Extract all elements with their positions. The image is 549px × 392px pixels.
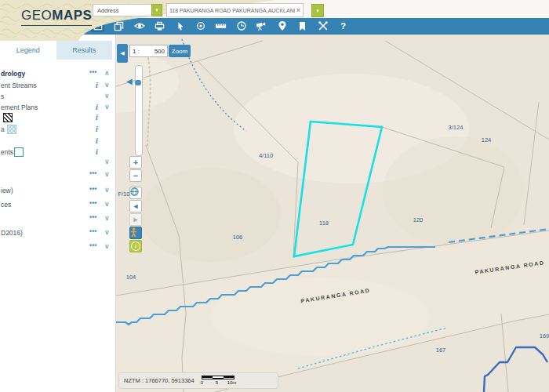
- legend-row: drology ••• ∧: [0, 69, 116, 79]
- legend-row: i: [0, 136, 116, 147]
- zoom-out-button[interactable]: −: [129, 169, 142, 182]
- help-icon[interactable]: ?: [337, 20, 349, 32]
- tab-results[interactable]: Results: [56, 41, 113, 60]
- row-menu-icon[interactable]: •••: [89, 169, 96, 177]
- chevron-down-icon[interactable]: ∨: [104, 170, 110, 178]
- zoom-slider[interactable]: [135, 65, 143, 156]
- clear-search-icon[interactable]: ×: [296, 6, 300, 14]
- chevron-down-icon[interactable]: ∨: [104, 200, 110, 208]
- previous-extent-button[interactable]: ◄: [129, 200, 142, 212]
- street-view-pegman-icon[interactable]: [129, 227, 142, 239]
- legend-row: ces ••• ∨: [0, 200, 116, 210]
- scale-value: 500: [155, 48, 165, 55]
- chevron-down-icon[interactable]: ∨: [104, 103, 110, 111]
- zoom-slider-handle-icon[interactable]: ◀: [126, 78, 133, 85]
- full-extent-globe-icon[interactable]: [129, 187, 142, 199]
- parcel-label: 167: [436, 347, 446, 354]
- parcel-label: 118: [319, 220, 329, 227]
- history-clock-icon[interactable]: [235, 20, 247, 32]
- coordinates-readout: NZTM : 1766770, 5913364: [124, 377, 195, 384]
- scale-bar: 0 5 10m: [202, 376, 235, 386]
- tab-legend[interactable]: Legend: [0, 41, 56, 60]
- parcel-label: 124: [482, 136, 492, 143]
- chevron-down-icon[interactable]: ∨: [104, 242, 110, 250]
- identify-info-button[interactable]: i: [129, 240, 142, 252]
- chevron-down-icon[interactable]: ∨: [104, 158, 110, 165]
- bookmark-icon[interactable]: [296, 20, 308, 32]
- info-icon[interactable]: i: [96, 147, 98, 156]
- visibility-eye-icon[interactable]: [133, 20, 145, 32]
- legend-row: ∨: [0, 158, 116, 168]
- parcel-label: 3/124: [449, 124, 464, 131]
- legend-row: ••• ∨: [0, 242, 116, 252]
- info-icon[interactable]: i: [96, 136, 98, 145]
- legend-row: ement Plans i ∨: [0, 103, 116, 113]
- basemap-icon[interactable]: [91, 20, 104, 32]
- search-dropdown-button[interactable]: ▾: [311, 4, 324, 17]
- chevron-up-icon[interactable]: ∧: [104, 69, 110, 77]
- layers-icon[interactable]: [113, 20, 125, 32]
- scale-input[interactable]: 1 : 500: [129, 45, 168, 57]
- legend-row: ents i: [0, 147, 116, 158]
- search-type-dropdown-button[interactable]: ▾: [151, 4, 162, 16]
- chevron-down-icon[interactable]: ∨: [104, 228, 110, 236]
- row-menu-icon[interactable]: •••: [89, 227, 96, 235]
- crosshatch-swatch: [7, 125, 16, 134]
- next-extent-button[interactable]: ►: [129, 213, 142, 226]
- legend-row: i: [0, 113, 116, 123]
- search-value: 118 PAKURANGA ROAD PAKURANGA,AUCKLAND 20…: [169, 8, 295, 13]
- chevron-down-icon[interactable]: ∨: [104, 214, 110, 222]
- legend-row: D2016) ••• ∨: [0, 228, 116, 238]
- legend-row: ••• ∨: [0, 170, 116, 180]
- map-canvas[interactable]: [116, 34, 549, 392]
- green-border-swatch: [14, 147, 24, 157]
- chevron-down-icon[interactable]: ∨: [104, 92, 110, 100]
- sidebar-panel: Legend Results drology ••• ∧ ent Streams…: [0, 34, 116, 392]
- hatch-swatch: [3, 113, 13, 122]
- print-icon[interactable]: [154, 20, 165, 32]
- legend-row: iew) ••• ∨: [0, 186, 116, 196]
- info-icon[interactable]: i: [96, 81, 98, 89]
- legend-row: s ∨: [0, 92, 116, 102]
- row-menu-icon[interactable]: •••: [89, 241, 96, 249]
- collapse-sidebar-button[interactable]: ◀: [117, 44, 128, 63]
- info-icon[interactable]: i: [96, 103, 98, 111]
- geomaps-app: { "header": { "logo": {"geo": "GEO", "ma…: [0, 0, 549, 392]
- webcam-icon[interactable]: [256, 20, 267, 32]
- row-menu-icon[interactable]: •••: [89, 185, 96, 193]
- info-icon[interactable]: i: [96, 125, 98, 133]
- legend-row: ••• ∨: [0, 214, 116, 224]
- row-menu-icon[interactable]: •••: [89, 213, 96, 221]
- zoom-slider-knob[interactable]: [135, 80, 141, 85]
- legend-row: ent Streams i ∨: [0, 81, 116, 91]
- parcel-label: 4/110: [259, 152, 273, 159]
- legend-row: a i: [0, 125, 116, 135]
- markers-pin-icon[interactable]: [276, 20, 288, 32]
- sidebar-tabs: Legend Results: [0, 41, 112, 60]
- select-cursor-icon[interactable]: [174, 20, 186, 32]
- info-icon[interactable]: i: [96, 113, 98, 122]
- app-logo: GEOMAPS: [21, 8, 92, 26]
- parcel-label: 169: [540, 332, 549, 339]
- measure-ruler-icon[interactable]: [215, 20, 227, 32]
- row-menu-icon[interactable]: •••: [89, 199, 96, 207]
- parcel-label: 104: [126, 274, 136, 281]
- tools-icon[interactable]: [317, 20, 329, 32]
- search-type-select[interactable]: Address: [93, 4, 152, 16]
- zoom-button[interactable]: Zoom: [169, 45, 191, 57]
- scale-prefix: 1 :: [133, 48, 140, 55]
- row-menu-icon[interactable]: •••: [89, 68, 96, 76]
- map-area: 4/110 3/124 124 118 120 106 104 F/104 16…: [116, 34, 549, 392]
- search-input[interactable]: 118 PAKURANGA ROAD PAKURANGA,AUCKLAND 20…: [166, 3, 304, 17]
- chevron-down-icon[interactable]: ∨: [104, 81, 110, 89]
- zoom-in-button[interactable]: +: [129, 156, 142, 169]
- parcel-label: 120: [413, 216, 424, 223]
- map-status-bar: NZTM : 1766770, 5913364 0 5 10m: [118, 372, 278, 389]
- parcel-label: 106: [233, 234, 243, 241]
- locate-target-icon[interactable]: [195, 20, 206, 32]
- chevron-down-icon[interactable]: ∨: [104, 186, 110, 194]
